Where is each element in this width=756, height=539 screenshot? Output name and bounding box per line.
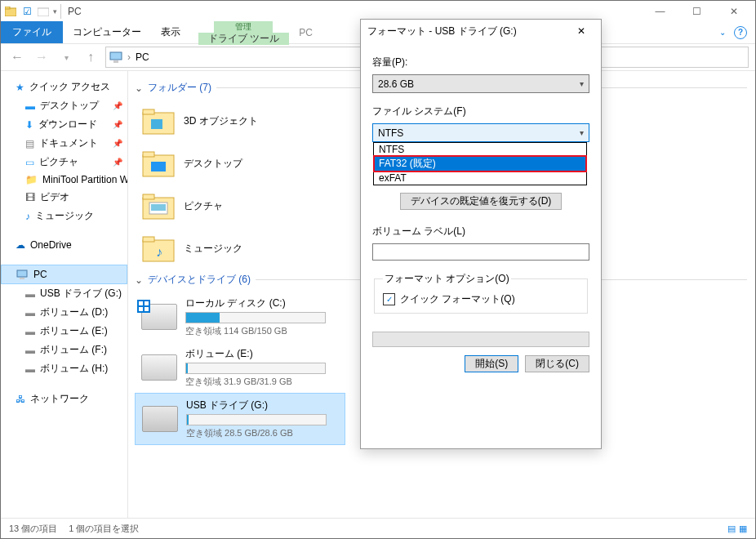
drive-g-usb[interactable]: USB ドライブ (G:)空き領域 28.5 GB/28.6 GB xyxy=(135,393,345,445)
tab-file[interactable]: ファイル xyxy=(1,21,63,43)
svg-rect-1 xyxy=(5,7,10,9)
context-group-label: 管理 xyxy=(214,21,273,33)
nav-quick-access[interactable]: ★クイック アクセス xyxy=(1,78,127,96)
svg-rect-23 xyxy=(139,307,143,311)
tab-drive-tools[interactable]: ドライブ ツール xyxy=(198,33,289,45)
start-button[interactable]: 開始(S) xyxy=(465,355,518,372)
capacity-combo[interactable]: 28.6 GB▾ xyxy=(372,74,589,93)
status-selection: 1 個の項目を選択 xyxy=(69,523,139,535)
new-folder-icon[interactable] xyxy=(37,5,50,18)
nav-pictures[interactable]: ▭ピクチャ📌 xyxy=(1,153,127,172)
chevron-down-icon: ▾ xyxy=(580,128,584,137)
drive-icon xyxy=(141,304,177,330)
folder-3d-objects[interactable]: 3D オブジェクト xyxy=(135,100,344,142)
fs-option-exfat[interactable]: exFAT xyxy=(374,172,586,185)
back-button[interactable]: ← xyxy=(7,47,27,67)
properties-icon[interactable]: ☑ xyxy=(20,5,33,18)
up-button[interactable]: ↑ xyxy=(81,47,100,67)
filesystem-combo[interactable]: NTFS▾ NTFS FAT32 (既定) exFAT xyxy=(372,123,589,142)
nav-onedrive[interactable]: ☁OneDrive xyxy=(1,237,127,253)
folder-pictures[interactable]: ピクチャ xyxy=(135,185,344,227)
nav-item[interactable]: 📁MiniTool Partition W… xyxy=(1,172,127,188)
svg-rect-4 xyxy=(113,60,118,63)
svg-rect-18 xyxy=(143,237,154,242)
nav-music[interactable]: ♪ミュージック xyxy=(1,207,127,225)
status-count: 13 個の項目 xyxy=(9,523,57,535)
svg-rect-5 xyxy=(17,270,27,277)
nav-pc[interactable]: PC xyxy=(1,265,127,284)
drive-c[interactable]: ローカル ディスク (C:)空き領域 114 GB/150 GB xyxy=(135,292,344,342)
svg-rect-8 xyxy=(143,109,154,114)
nav-drive[interactable]: ▬ボリューム (F:) xyxy=(1,341,127,359)
nav-downloads[interactable]: ⬇ダウンロード📌 xyxy=(1,115,127,134)
filesystem-label: ファイル システム(F) xyxy=(372,105,589,118)
svg-rect-3 xyxy=(110,52,122,60)
pin-icon: 📌 xyxy=(113,101,122,110)
drive-icon xyxy=(141,354,177,381)
ribbon-chevron-icon[interactable]: ⌄ xyxy=(719,28,726,37)
svg-rect-14 xyxy=(143,194,154,199)
filesystem-dropdown: NTFS FAT32 (既定) exFAT xyxy=(373,142,587,185)
format-dialog: フォーマット - USB ドライブ (G:) ✕ 容量(P): 28.6 GB▾… xyxy=(360,19,602,449)
folder-music[interactable]: ♪ミュージック xyxy=(135,227,344,270)
format-options-group: フォーマット オプション(O) ✓ クイック フォーマット(Q) xyxy=(374,272,588,314)
capacity-label: 容量(P): xyxy=(372,56,589,69)
tab-view[interactable]: 表示 xyxy=(151,21,190,43)
view-large-icon[interactable]: ▦ xyxy=(739,523,747,534)
pc-icon xyxy=(109,51,122,64)
volume-label-input[interactable] xyxy=(372,243,589,261)
drive-e[interactable]: ボリューム (E:)空き領域 31.9 GB/31.9 GB xyxy=(135,342,344,393)
recent-chevron-icon[interactable]: ▾ xyxy=(56,47,76,67)
pc-icon xyxy=(16,268,29,281)
dialog-title: フォーマット - USB ドライブ (G:) xyxy=(367,24,517,38)
svg-rect-12 xyxy=(151,162,166,172)
svg-rect-11 xyxy=(143,152,154,157)
app-icon xyxy=(4,5,17,18)
svg-text:♪: ♪ xyxy=(156,245,162,259)
svg-rect-22 xyxy=(145,301,149,305)
nav-drive[interactable]: ▬ボリューム (H:) xyxy=(1,359,127,378)
svg-rect-21 xyxy=(139,301,143,305)
nav-pane: ★クイック アクセス ▬デスクトップ📌 ⬇ダウンロード📌 ▤ドキュメント📌 ▭ピ… xyxy=(1,71,128,518)
minimize-button[interactable]: — xyxy=(642,1,678,21)
qat-chevron-icon[interactable]: ▾ xyxy=(53,7,57,16)
nav-network[interactable]: 🖧ネットワーク xyxy=(1,390,127,408)
svg-rect-6 xyxy=(20,278,24,279)
svg-rect-2 xyxy=(38,8,49,16)
address-segment[interactable]: PC xyxy=(136,51,149,63)
nav-desktop[interactable]: ▬デスクトップ📌 xyxy=(1,96,127,115)
nav-drive[interactable]: ▬ボリューム (E:) xyxy=(1,322,127,341)
dialog-title-bar: フォーマット - USB ドライブ (G:) ✕ xyxy=(361,20,601,42)
folder-desktop[interactable]: デスクトップ xyxy=(135,142,344,185)
close-button-dialog[interactable]: 閉じる(C) xyxy=(525,355,589,372)
svg-rect-16 xyxy=(151,204,166,211)
svg-rect-9 xyxy=(151,119,162,129)
fs-option-ntfs[interactable]: NTFS xyxy=(374,143,586,156)
forward-button[interactable]: → xyxy=(32,47,51,67)
pin-icon: 📌 xyxy=(113,120,122,129)
format-options-label: フォーマット オプション(O) xyxy=(383,272,511,286)
pin-icon: 📌 xyxy=(113,139,122,148)
svg-rect-24 xyxy=(145,307,149,311)
status-bar: 13 個の項目 1 個の項目を選択 ▤ ▦ xyxy=(1,518,755,538)
progress-bar xyxy=(372,332,589,347)
checkbox-icon: ✓ xyxy=(383,293,395,305)
fs-option-fat32[interactable]: FAT32 (既定) xyxy=(374,156,586,172)
maximize-button[interactable]: ☐ xyxy=(678,1,715,21)
nav-drive[interactable]: ▬USB ドライブ (G:) xyxy=(1,284,127,303)
chevron-down-icon: ▾ xyxy=(580,79,584,88)
drive-icon xyxy=(142,406,178,432)
tab-computer[interactable]: コンピューター xyxy=(63,21,151,43)
restore-defaults-button[interactable]: デバイスの既定値を復元する(D) xyxy=(400,193,563,210)
nav-videos[interactable]: 🎞ビデオ xyxy=(1,188,127,207)
volume-label-label: ボリューム ラベル(L) xyxy=(372,225,589,238)
dialog-close-button[interactable]: ✕ xyxy=(568,23,594,39)
quick-format-checkbox[interactable]: ✓ クイック フォーマット(Q) xyxy=(383,292,579,306)
close-button[interactable]: ✕ xyxy=(715,1,752,21)
nav-documents[interactable]: ▤ドキュメント📌 xyxy=(1,134,127,153)
view-details-icon[interactable]: ▤ xyxy=(727,523,736,534)
help-icon[interactable]: ? xyxy=(734,26,747,39)
nav-drive[interactable]: ▬ボリューム (D:) xyxy=(1,303,127,322)
ribbon-title: PC xyxy=(289,21,322,43)
pin-icon: 📌 xyxy=(113,158,122,167)
